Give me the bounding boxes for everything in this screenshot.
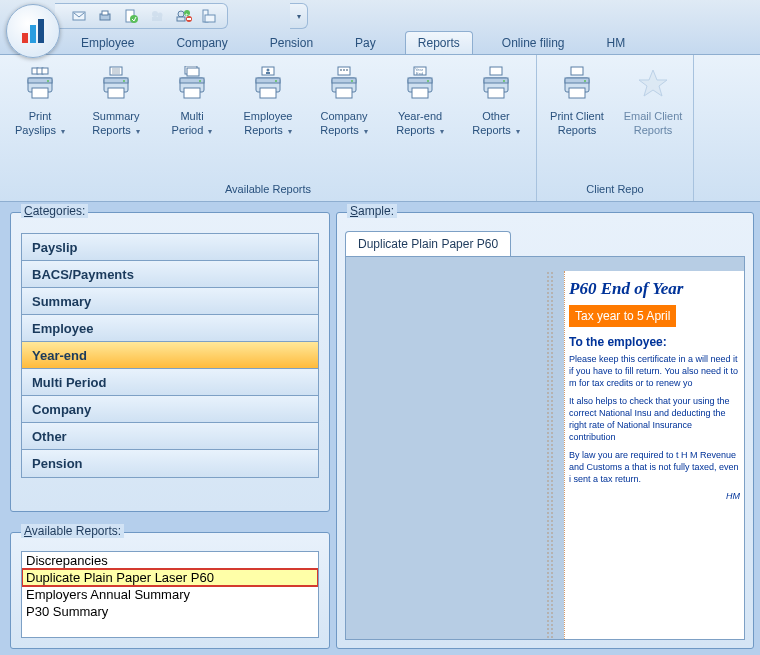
svg-rect-41 [260,88,276,98]
category-pension[interactable]: Pension [22,450,318,477]
ribbon-print-payslips[interactable]: PrintPayslips ▾ [4,63,76,139]
category-payslip[interactable]: Payslip [22,234,318,261]
qat-btn-4[interactable] [147,6,167,26]
hm-signature: HM [569,491,740,501]
svg-point-22 [47,80,49,82]
ribbon-year-end-reports[interactable]: YearEndYear-endReports ▾ [384,63,456,139]
svg-rect-61 [488,88,504,98]
ribbon-tabs: Employee Company Pension Pay Reports Onl… [68,30,638,54]
p60-paragraph-1: Please keep this certificate in a will n… [569,353,740,389]
svg-rect-34 [184,88,200,98]
ribbon-summary-reports[interactable]: SummaryReports ▾ [80,63,152,139]
category-multi-period[interactable]: Multi Period [22,369,318,396]
ribbon: PrintPayslips ▾SummaryReports ▾MultiPeri… [0,54,760,202]
tab-pay[interactable]: Pay [342,31,389,54]
svg-rect-15 [205,15,215,22]
qat-btn-6[interactable] [199,6,219,26]
p60-paragraph-2: It also helps to check that your using t… [569,395,740,443]
svg-point-5 [152,11,158,17]
printer-icon: YearEnd [384,63,456,105]
printer-icon [232,63,304,105]
svg-rect-64 [571,67,583,75]
svg-rect-18 [42,68,48,74]
qat-customize-dropdown[interactable]: ▾ [290,3,308,29]
svg-rect-45 [340,69,342,71]
svg-rect-56 [412,88,428,98]
svg-rect-32 [187,68,199,76]
category-company[interactable]: Company [22,396,318,423]
svg-rect-9 [177,17,185,21]
printer-icon [617,63,689,105]
svg-rect-49 [336,88,352,98]
qat-btn-1[interactable] [69,6,89,26]
svg-point-30 [123,80,125,82]
available-reports-list: DiscrepanciesDuplicate Plain Paper Laser… [21,551,319,638]
qat-btn-2[interactable] [95,6,115,26]
svg-rect-59 [490,67,502,75]
printer-icon [80,63,152,105]
printer-icon [541,63,613,105]
ribbon-other-reports[interactable]: OtherReports ▾ [460,63,532,139]
p60-document: P60 End of Year Tax year to 5 April To t… [564,271,744,639]
report-employers-annual-summary[interactable]: Employers Annual Summary [22,586,318,603]
tab-online-filing[interactable]: Online filing [489,31,578,54]
report-p30-summary[interactable]: P30 Summary [22,603,318,620]
report-duplicate-plain-paper-laser-p60[interactable]: Duplicate Plain Paper Laser P60 [22,569,318,586]
svg-rect-20 [32,88,48,98]
category-year-end[interactable]: Year-end [22,342,318,369]
categories-list: PayslipBACS/PaymentsSummaryEmployeeYear-… [21,233,319,478]
categories-panel: Categories: PayslipBACS/PaymentsSummaryE… [10,212,330,512]
tab-company[interactable]: Company [163,31,240,54]
p60-paragraph-3: By law you are required to t H M Revenue… [569,449,740,485]
available-reports-panel: Available Reports: DiscrepanciesDuplicat… [10,532,330,649]
to-employee-heading: To the employee: [569,335,740,349]
report-discrepancies[interactable]: Discrepancies [22,552,318,569]
svg-point-43 [275,80,277,82]
svg-rect-28 [108,88,124,98]
svg-point-36 [199,80,201,82]
printer-icon [308,63,380,105]
category-other[interactable]: Other [22,423,318,450]
quick-access-toolbar: + [55,3,228,29]
svg-point-51 [351,80,353,82]
svg-point-63 [503,80,505,82]
app-button[interactable] [6,4,60,58]
category-employee[interactable]: Employee [22,315,318,342]
printer-icon [4,63,76,105]
ribbon-employee-reports[interactable]: EmployeeReports ▾ [232,63,304,139]
tab-hm[interactable]: HM [594,31,639,54]
svg-point-6 [158,13,163,18]
svg-rect-13 [187,18,191,20]
svg-point-38 [267,69,270,72]
sample-preview: P60 End of Year Tax year to 5 April To t… [345,256,745,640]
tab-pension[interactable]: Pension [257,31,326,54]
svg-rect-66 [569,88,585,98]
printer-icon [460,63,532,105]
svg-rect-7 [152,17,162,21]
tab-reports[interactable]: Reports [405,31,473,54]
qat-btn-3[interactable] [121,6,141,26]
ribbon-print-client-reports[interactable]: Print ClientReports [541,63,613,137]
ribbon-email-client-reports[interactable]: Email ClientReports [617,63,689,137]
svg-rect-46 [343,69,345,71]
printer-icon [156,63,228,105]
sample-tab[interactable]: Duplicate Plain Paper P60 [345,231,511,256]
svg-rect-39 [266,72,270,74]
sample-legend: Sample: [347,204,397,218]
svg-point-4 [130,15,138,23]
ribbon-company-reports[interactable]: CompanyReports ▾ [308,63,380,139]
svg-point-68 [584,80,586,82]
tax-year-band: Tax year to 5 April [569,305,676,327]
available-legend: Available Reports: [21,524,124,538]
logo-icon [22,19,44,43]
svg-rect-47 [346,69,348,71]
p60-title: P60 End of Year [569,279,740,299]
tab-employee[interactable]: Employee [68,31,147,54]
svg-point-58 [427,80,429,82]
category-bacs-payments[interactable]: BACS/Payments [22,261,318,288]
categories-legend: Categories: [21,204,88,218]
ribbon-multi-period[interactable]: MultiPeriod ▾ [156,63,228,139]
svg-text:End: End [416,71,423,76]
qat-btn-5[interactable]: + [173,6,193,26]
category-summary[interactable]: Summary [22,288,318,315]
